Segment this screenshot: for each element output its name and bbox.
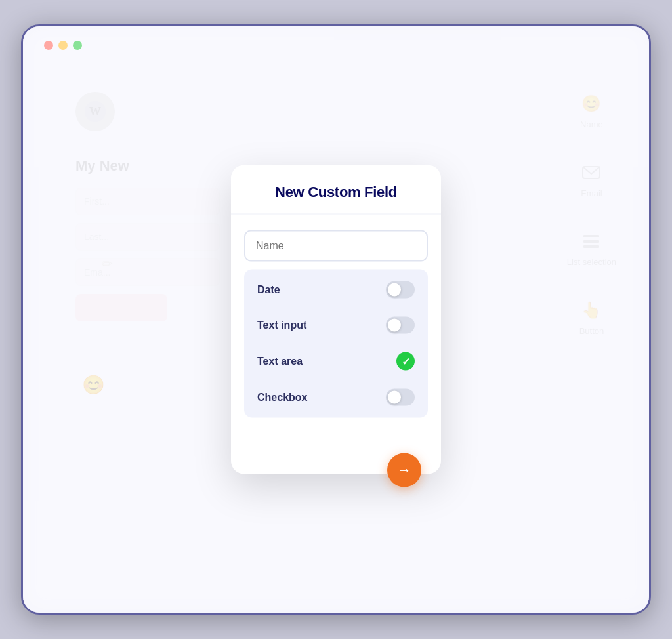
field-type-text-input[interactable]: Text input <box>248 309 424 342</box>
field-type-text-input-toggle[interactable] <box>386 317 415 334</box>
field-name-input[interactable] <box>244 230 428 262</box>
next-icon: → <box>397 462 411 479</box>
modal-dialog: New Custom Field Date Text input <box>231 165 441 474</box>
toggle-knob <box>388 283 401 297</box>
next-button[interactable]: → <box>387 453 421 487</box>
field-type-date-toggle[interactable] <box>386 281 415 299</box>
field-type-date-label: Date <box>257 284 280 296</box>
field-type-checkbox-toggle[interactable] <box>386 389 415 406</box>
field-type-checkbox[interactable]: Checkbox <box>248 381 424 414</box>
modal-body: Date Text input Text area ✓ <box>231 215 441 428</box>
field-type-list: Date Text input Text area ✓ <box>244 270 428 418</box>
modal-header: New Custom Field <box>231 165 441 215</box>
toggle-knob-3 <box>388 391 401 404</box>
device-frame: W ✏ 😊 My New First... Last... Ema... 😊 <box>21 24 651 615</box>
field-type-text-area-selected: ✓ <box>396 352 415 371</box>
field-type-text-area[interactable]: Text area ✓ <box>248 344 424 379</box>
modal-title: New Custom Field <box>249 184 423 201</box>
field-type-text-input-label: Text input <box>257 320 306 331</box>
field-type-checkbox-label: Checkbox <box>257 392 307 403</box>
toggle-knob-2 <box>388 319 401 332</box>
field-type-date[interactable]: Date <box>248 274 424 306</box>
field-type-text-area-label: Text area <box>257 356 303 367</box>
